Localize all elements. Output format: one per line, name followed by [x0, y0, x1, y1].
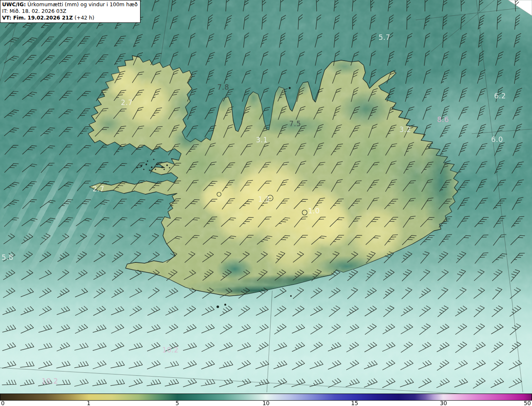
colorbar-tick-label: 10 — [262, 400, 269, 406]
map-value-label: 10.2 — [162, 346, 179, 354]
map-value-label: 3.1 — [256, 136, 268, 144]
map-value-label: 10.2 — [42, 377, 58, 385]
map-value-label: 8.6 — [437, 115, 449, 124]
title-line-1: UWC/IG:Úrkomumætti (mm) og vindur i 100m… — [2, 1, 138, 8]
map-value-label: 5.7 — [379, 33, 391, 42]
map-value-label: 2.7 — [121, 98, 133, 107]
map-value-label: 1.0 — [308, 207, 320, 215]
map-value-label: 7.8 — [217, 83, 229, 91]
colorbar-tick-label: 1 — [87, 400, 91, 406]
init-time: IT: Mið. 18. 02. 2026 03Z — [2, 8, 138, 15]
product-code: UWC/IG: — [2, 1, 26, 7]
map-title: Úrkomumætti (mm) og vindur i 100m hæð — [27, 1, 138, 7]
valid-time-bold: VT: Fim. 19.02.2026 21Z — [2, 15, 73, 21]
map-value-label: 6.2 — [494, 92, 506, 100]
map-value-label: 7.5 — [289, 120, 301, 128]
map-value-label: 1.3 — [258, 195, 270, 203]
colorbar-tick-label: 50 — [524, 400, 531, 406]
colorbar-tick-label: 30 — [440, 400, 447, 406]
map-value-label: 2.7 — [93, 185, 105, 193]
colorbar-tick-label: 15 — [351, 400, 358, 406]
lead-time: (+42 h) — [74, 15, 94, 21]
colorbar-ticks: 01510153050 — [0, 401, 532, 406]
map-canvas: 5.77.86.22.78.67.53.23.16.02.71.31.05.81… — [0, 0, 532, 394]
map-value-label: 6.0 — [491, 135, 503, 144]
map-value-label: 3.2 — [399, 125, 411, 134]
colorbar-area: 01510153050 — [0, 394, 532, 406]
colorbar-tick-label: 0 — [1, 400, 5, 406]
valid-time: VT: Fim. 19.02.2026 21Z(+42 h) — [2, 15, 138, 21]
colorbar-tick-label: 5 — [175, 400, 179, 406]
title-box: UWC/IG:Úrkomumætti (mm) og vindur i 100m… — [0, 0, 140, 23]
map-value-label: 5.8 — [2, 253, 14, 262]
weather-map-figure: 5.77.86.22.78.67.53.23.16.02.71.31.05.81… — [0, 0, 532, 406]
